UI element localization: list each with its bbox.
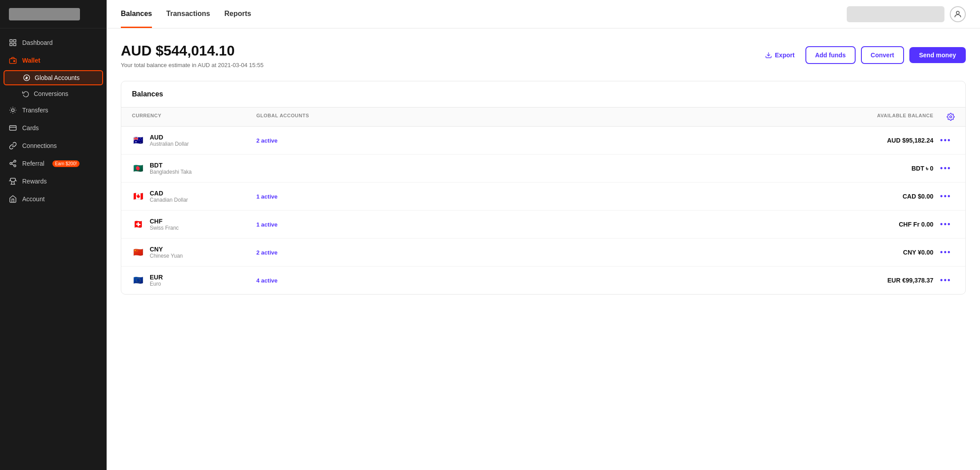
tab-transactions[interactable]: Transactions [166,1,210,28]
currency-info: CNY Chinese Yuan [150,246,183,259]
svg-point-16 [956,11,960,14]
search-bar[interactable] [847,6,944,22]
currency-code: CHF [150,218,179,225]
currency-name: Euro [150,281,163,287]
grid-icon [9,39,17,47]
send-money-button[interactable]: Send money [909,47,966,63]
col-settings [933,113,955,121]
rewards-label: Rewards [22,178,47,185]
currency-info: CAD Canadian Dollar [150,190,188,203]
row-more-button[interactable]: ••• [936,134,955,147]
global-accounts-cell[interactable]: 1 active [256,221,809,228]
main-content: Balances Transactions Reports AUD $544,0… [107,0,980,470]
user-avatar[interactable] [950,6,966,22]
balance-info: AUD $544,014.10 Your total balance estim… [121,43,263,68]
conversions-label: Conversions [34,90,68,97]
dashboard-label: Dashboard [22,39,53,46]
currency-cell: 🇪🇺 EUR Euro [132,274,256,287]
svg-point-18 [950,116,952,118]
tab-balances[interactable]: Balances [121,1,152,28]
currency-info: BDT Bangladeshi Taka [150,162,192,175]
currency-code: CNY [150,246,183,253]
global-accounts-cell[interactable]: 1 active [256,193,809,200]
svg-point-10 [14,160,16,163]
currency-info: CHF Swiss Franc [150,218,179,231]
currency-code: CAD [150,190,188,197]
header: Balances Transactions Reports [107,0,980,28]
available-balance-cell: BDT ৳ 0 [809,165,933,172]
add-funds-button[interactable]: Add funds [805,46,856,64]
flag-cad: 🇨🇦 [132,192,144,201]
table-row: 🇨🇭 CHF Swiss Franc 1 active CHF Fr 0.00 … [121,211,965,239]
balance-amount: AUD $544,014.10 [121,43,263,59]
row-more-button[interactable]: ••• [936,218,955,231]
svg-line-13 [12,164,14,165]
row-more-button[interactable]: ••• [936,274,955,287]
table-body: 🇦🇺 AUD Australian Dollar 2 active AUD $9… [121,127,965,294]
global-accounts-label: Global Accounts [35,74,80,81]
row-more-button[interactable]: ••• [936,190,955,203]
sidebar-item-cards[interactable]: Cards [0,119,107,137]
table-header: CURRENCY GLOBAL ACCOUNTS AVAILABLE BALAN… [121,108,965,127]
col-global-accounts: GLOBAL ACCOUNTS [256,113,809,121]
sidebar-item-wallet[interactable]: Wallet [0,52,107,69]
export-label: Export [775,52,794,59]
wallet-subnav: Global Accounts Conversions [0,70,107,101]
balances-card: Balances CURRENCY GLOBAL ACCOUNTS AVAILA… [121,81,966,295]
currency-name: Canadian Dollar [150,197,188,203]
tab-reports[interactable]: Reports [224,1,251,28]
referral-label: Referral [22,160,44,167]
sidebar-item-transfers[interactable]: Transfers [0,101,107,119]
balance-actions: Export Add funds Convert Send money [760,43,966,64]
page-content: AUD $544,014.10 Your total balance estim… [107,28,980,470]
currency-code: EUR [150,274,163,281]
referral-badge: Earn $200! [52,160,80,167]
table-row: 🇨🇳 CNY Chinese Yuan 2 active CNY ¥0.00 •… [121,239,965,267]
table-row: 🇨🇦 CAD Canadian Dollar 1 active CAD $0.0… [121,183,965,211]
sidebar-item-conversions[interactable]: Conversions [0,86,107,101]
global-accounts-cell[interactable]: 2 active [256,249,809,256]
row-actions: ••• [933,134,955,147]
col-currency: CURRENCY [132,113,256,121]
flag-chf: 🇨🇭 [132,220,144,229]
global-accounts-cell[interactable]: 2 active [256,137,809,144]
sidebar-item-global-accounts[interactable]: Global Accounts [4,70,103,85]
table-row: 🇦🇺 AUD Australian Dollar 2 active AUD $9… [121,127,965,155]
sidebar-item-rewards[interactable]: Rewards [0,172,107,190]
svg-rect-3 [14,44,16,46]
sidebar-item-referral[interactable]: Referral Earn $200! [0,155,107,172]
header-search-area [847,6,966,22]
svg-line-14 [12,162,14,163]
table-row: 🇪🇺 EUR Euro 4 active EUR €99,378.37 ••• [121,267,965,294]
svg-rect-2 [10,44,12,46]
currency-name: Australian Dollar [150,141,189,147]
global-accounts-cell[interactable]: 4 active [256,277,809,284]
row-actions: ••• [933,218,955,231]
store-icon [9,195,17,203]
sidebar-item-account[interactable]: Account [0,190,107,208]
circle-dollar-icon [23,74,30,81]
share-icon [9,159,17,167]
link-icon [9,142,17,150]
svg-rect-1 [14,40,16,42]
logo-placeholder [9,8,80,20]
sidebar: Dashboard Wallet Global Accounts Convers… [0,0,107,470]
flag-aud: 🇦🇺 [132,136,144,145]
row-actions: ••• [933,190,955,203]
sidebar-item-dashboard[interactable]: Dashboard [0,34,107,52]
svg-point-7 [12,109,14,112]
header-tabs: Balances Transactions Reports [121,1,833,28]
transfers-label: Transfers [22,107,48,114]
account-label: Account [22,195,45,203]
row-more-button[interactable]: ••• [936,162,955,175]
trophy-icon [9,177,17,185]
currency-code: BDT [150,162,192,169]
sidebar-item-connections[interactable]: Connections [0,137,107,155]
convert-button[interactable]: Convert [861,46,904,64]
currency-cell: 🇧🇩 BDT Bangladeshi Taka [132,162,256,175]
export-button[interactable]: Export [760,48,800,62]
svg-rect-8 [10,126,16,131]
row-more-button[interactable]: ••• [936,246,955,259]
available-balance-cell: AUD $95,182.24 [809,137,933,144]
settings-icon[interactable] [947,113,955,121]
